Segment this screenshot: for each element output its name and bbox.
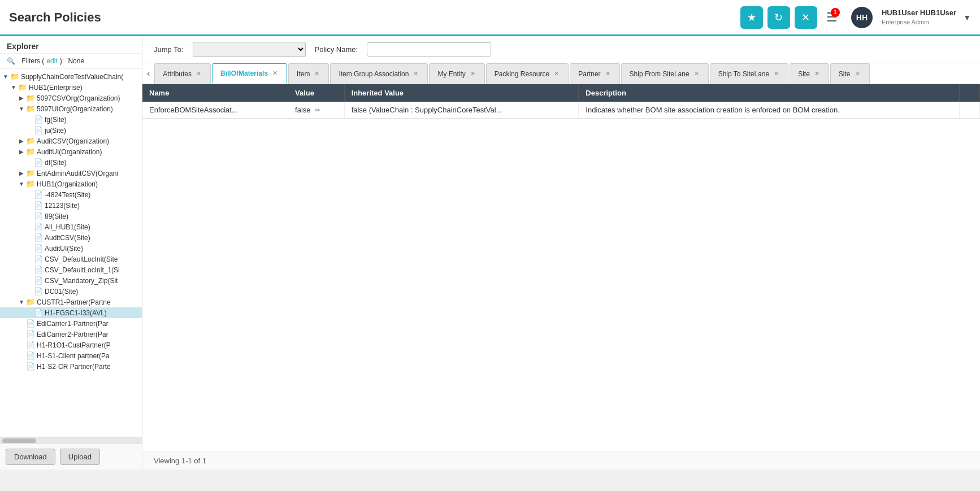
tree-item[interactable]: ▶📁5097CSVOrg(Organization) [0,93,142,103]
tab-label: Item Group Association [339,70,409,78]
close-button[interactable]: ✕ [795,6,817,29]
file-icon: 📄 [34,115,43,124]
user-role: Enterprise Admin [882,18,956,26]
tree-toggle-icon: ▶ [18,95,25,101]
tab-close-button[interactable]: ✕ [313,70,320,77]
tree-item[interactable]: ▶📁EntAdminAuditCSV(Organi [0,168,142,179]
menu-button[interactable]: ☰ 1 [826,10,838,25]
jump-to-select[interactable] [193,42,306,57]
tree-item[interactable]: ▼📁CUSTR1-Partner(Partne [0,297,142,307]
tree-item[interactable]: 📄H1-S1-Client partner(Pa [0,350,142,361]
tree-label: H1-S2-CR Partner(Parte [37,363,111,371]
tab-attributes[interactable]: Attributes✕ [154,63,211,84]
tree-item[interactable]: 📄89(Site) [0,211,142,221]
tab-close-button[interactable]: ✕ [604,70,612,77]
tab-ship-to-sitelane[interactable]: Ship To SiteLane✕ [710,63,789,84]
tab-label: Partner [578,70,600,78]
tree-item[interactable]: ▼📁HUB1(Enterprise) [0,82,142,93]
tree-label: DC01(Site) [45,288,78,296]
tree-label: AuditCSV(Organization) [37,137,109,145]
tab-close-button[interactable]: ✕ [195,70,202,77]
tab-packing-resource[interactable]: Packing Resource✕ [486,63,569,84]
tree-item[interactable]: 📄CSV_DefaultLocInit_1(Si [0,264,142,275]
tree-toggle-icon: ▶ [18,170,25,176]
sidebar-bottom: Download Upload [0,444,142,470]
tree-label: EdiCarrier1-Partner(Par [37,320,109,328]
file-icon: 📄 [34,266,43,274]
tree-item[interactable]: 📄CSV_Mandatory_Zip(Sit [0,275,142,286]
tree-toggle-icon: ▼ [18,299,25,305]
explorer-title: Explorer [0,36,142,54]
filters-label: Filters ( [21,57,44,65]
file-icon: 📄 [34,126,43,134]
tab-my-entity[interactable]: My Entity✕ [429,63,484,84]
column-header: Description [579,84,960,102]
tree-item[interactable]: 📄All_HUB1(Site) [0,221,142,232]
tree-item[interactable]: 📄AuditCSV(Site) [0,232,142,243]
file-icon: 📄 [34,212,43,220]
tab-close-button[interactable]: ✕ [693,70,700,77]
tree-item[interactable]: 📄12123(Site) [0,200,142,211]
content-area: Jump To: Policy Name: ‹ Attributes✕BillO… [142,36,980,470]
tab-ship-from-sitelane[interactable]: Ship From SiteLane✕ [621,63,709,84]
tab-close-button[interactable]: ✕ [412,70,419,77]
file-icon: 📄 [34,201,43,210]
sidebar-hscroll[interactable] [0,437,142,444]
policy-name-label: Policy Name: [315,45,358,54]
tab-nav-left[interactable]: ‹ [142,63,154,84]
tab-item[interactable]: Item✕ [288,63,329,84]
upload-button[interactable]: Upload [60,449,100,465]
tree-item[interactable]: 📄fg(Site) [0,114,142,125]
tree-label: CSV_DefaultLocInit_1(Si [45,266,120,274]
tab-close-button[interactable]: ✕ [469,70,476,77]
folder-icon: 📁 [26,105,35,113]
tab-partner[interactable]: Partner✕ [570,63,619,84]
tree-toggle [18,320,25,327]
file-icon: 📄 [34,287,43,296]
tab-label: BillOfMaterials [220,69,268,77]
tree-item[interactable]: 📄H1-R1O1-CustPartner(P [0,340,142,350]
tree-item[interactable]: 📄DC01(Site) [0,286,142,297]
tab-close-button[interactable]: ✕ [773,70,780,77]
file-icon: 📄 [34,276,43,285]
user-info: HUB1User HUB1User Enterprise Admin [882,8,956,26]
tab-close-button[interactable]: ✕ [854,70,861,77]
refresh-button[interactable]: ↻ [767,6,790,29]
tab-close-button[interactable]: ✕ [271,69,279,77]
folder-icon: 📁 [26,137,35,145]
filter-edit-link[interactable]: edit [46,57,57,65]
tree-item[interactable]: 📄CSV_DefaultLocInit(Site [0,254,142,264]
tree-item[interactable]: 📄EdiCarrier2-Partner(Par [0,329,142,340]
tree-label: All_HUB1(Site) [45,223,90,231]
tree-item[interactable]: 📄AuditUI(Site) [0,243,142,254]
tabs-list: Attributes✕BillOfMaterials✕Item✕Item Gro… [154,63,980,84]
tree-item[interactable]: 📄EdiCarrier1-Partner(Par [0,318,142,329]
tree-item[interactable]: ▶📁AuditUI(Organization) [0,146,142,157]
tree-item[interactable]: 📄H1-FGSC1-I33(AVL) [0,307,142,318]
user-chevron-button[interactable]: ▼ [963,13,971,22]
policy-name-input[interactable] [367,42,491,57]
tab-site[interactable]: Site✕ [830,63,870,84]
tab-close-button[interactable]: ✕ [553,70,560,77]
download-button[interactable]: Download [6,449,55,465]
tree-item[interactable]: ▶📁AuditCSV(Organization) [0,136,142,146]
tree-item[interactable]: ▼📁HUB1(Organization) [0,179,142,189]
tree-item[interactable]: ▼📁SupplyChainCoreTestValueChain( [0,71,142,82]
tab-label: Ship To SiteLane [718,70,770,78]
tab-close-button[interactable]: ✕ [813,70,821,77]
file-icon: 📄 [26,330,35,338]
tree-item[interactable]: 📄-4824Test(Site) [0,189,142,200]
tab-billofmaterials[interactable]: BillOfMaterials✕ [212,63,287,84]
star-button[interactable]: ★ [740,6,763,29]
edit-icon[interactable]: ✏ [315,106,320,114]
tree-item[interactable]: 📄H1-S2-CR Partner(Parte [0,361,142,372]
tree-toggle [26,213,33,219]
tree-toggle [26,159,33,166]
notification-badge: 1 [831,8,840,17]
tab-item-group-association[interactable]: Item Group Association✕ [330,63,428,84]
tree-item[interactable]: 📄df(Site) [0,157,142,168]
tree-item[interactable]: ▼📁5097UIOrg(Organization) [0,103,142,114]
tab-site[interactable]: Site✕ [790,63,829,84]
viewing-bar: Viewing 1-1 of 1 [142,451,980,470]
tree-item[interactable]: 📄ju(Site) [0,125,142,136]
